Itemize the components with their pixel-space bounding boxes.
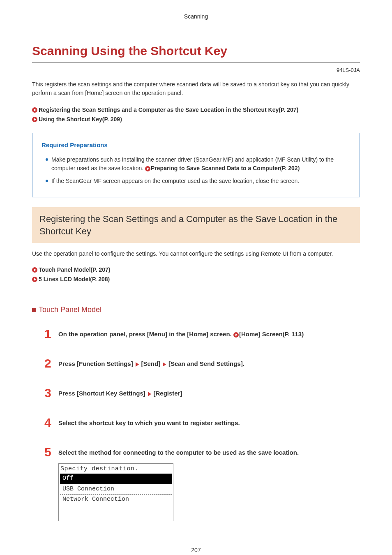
step-3: 3 Press [Shortcut Key Settings] [Registe… <box>44 387 360 399</box>
step-text: Press [Shortcut Key Settings] <box>58 390 145 397</box>
bullet-icon <box>46 158 48 161</box>
svg-marker-13 <box>163 362 166 367</box>
step-1: 1 On the operation panel, press [Menu] i… <box>44 328 360 340</box>
crossref-label: 5 Lines LCD Model(P. 208) <box>39 275 110 284</box>
screenshot-blank <box>59 505 173 521</box>
list-item: Make preparations such as installing the… <box>46 155 350 173</box>
section-heading: Registering the Scan Settings and a Comp… <box>32 207 360 243</box>
sub-heading-text: Touch Panel Model <box>39 304 101 315</box>
sub-heading: Touch Panel Model <box>32 304 360 315</box>
crossref-label: Registering the Scan Settings and a Comp… <box>39 106 298 114</box>
crossref-label: Using the Shortcut Key(P. 209) <box>39 115 122 124</box>
square-icon <box>32 308 36 312</box>
play-icon <box>32 117 37 122</box>
section-intro: Use the operation panel to configure the… <box>32 250 360 258</box>
step-number: 2 <box>44 357 53 370</box>
crossref-link[interactable]: 5 Lines LCD Model(P. 208) <box>32 275 360 284</box>
section-link-list: Touch Panel Model(P. 207) 5 Lines LCD Mo… <box>32 266 360 284</box>
screenshot-option: Network Connection <box>60 495 172 505</box>
section-header: Scanning <box>32 12 360 21</box>
play-icon <box>32 277 37 282</box>
step-number: 5 <box>44 446 53 458</box>
arrow-separator-icon <box>148 392 151 396</box>
crossref-link[interactable]: Using the Shortcut Key(P. 209) <box>32 115 360 124</box>
box-title: Required Preparations <box>42 141 350 150</box>
steps-list: 1 On the operation panel, press [Menu] i… <box>32 328 360 521</box>
arrow-separator-icon <box>136 362 139 367</box>
screenshot-title: Specify destination. <box>59 464 173 474</box>
step-number: 4 <box>44 416 53 429</box>
crossref-label: Touch Panel Model(P. 207) <box>39 266 111 274</box>
step-text: [Send] <box>141 360 160 367</box>
document-code: 94LS-0JA <box>32 66 360 74</box>
step-text: [Register] <box>154 390 182 397</box>
svg-marker-14 <box>148 392 151 396</box>
step-2: 2 Press [Function Settings] [Send] [Scan… <box>44 357 360 370</box>
step-5: 5 Select the method for connecting to th… <box>44 446 360 521</box>
arrow-separator-icon <box>163 362 166 367</box>
step-text: Press [Function Settings] <box>58 360 133 367</box>
intro-paragraph: This registers the scan settings and the… <box>32 80 360 97</box>
screenshot-option: USB Connection <box>60 484 172 495</box>
crossref-link[interactable]: Registering the Scan Settings and a Comp… <box>32 106 360 114</box>
crossref-link[interactable]: [Home] Screen(P. 113) <box>239 331 304 338</box>
svg-marker-12 <box>136 362 139 367</box>
list-item: If the ScanGear MF screen appears on the… <box>46 177 350 185</box>
step-text: [Scan and Send Settings]. <box>168 360 244 367</box>
step-text: Select the method for connecting to the … <box>58 449 299 456</box>
step-number: 1 <box>44 328 53 340</box>
screenshot-option-selected: Off <box>60 474 172 484</box>
step-4: 4 Select the shortcut key to which you w… <box>44 416 360 429</box>
play-icon <box>32 267 37 273</box>
device-screenshot: Specify destination. Off USB Connection … <box>58 463 173 521</box>
page-title: Scanning Using the Shortcut Key <box>32 42 360 63</box>
crossref-link[interactable]: Touch Panel Model(P. 207) <box>32 266 360 274</box>
play-icon <box>145 166 150 171</box>
play-icon <box>233 332 239 338</box>
page-number: 207 <box>32 546 360 555</box>
step-text: On the operation panel, press [Menu] in … <box>58 331 233 338</box>
required-preparations-box: Required Preparations Make preparations … <box>32 133 360 198</box>
top-link-list: Registering the Scan Settings and a Comp… <box>32 106 360 124</box>
bullet-icon <box>46 180 48 182</box>
crossref-link[interactable]: Preparing to Save Scanned Data to a Comp… <box>151 165 300 171</box>
list-item-text: If the ScanGear MF screen appears on the… <box>51 178 299 184</box>
play-icon <box>32 107 37 113</box>
step-number: 3 <box>44 387 53 399</box>
step-text: Select the shortcut key to which you wan… <box>58 419 240 426</box>
